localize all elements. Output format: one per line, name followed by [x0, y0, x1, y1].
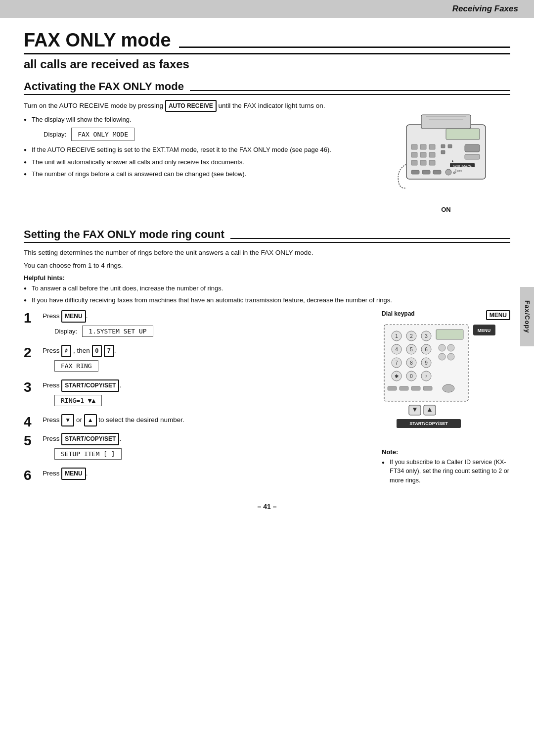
svg-rect-21: [433, 170, 441, 174]
svg-text:✱: ✱: [395, 374, 399, 379]
menu-button-label: MENU: [486, 310, 510, 320]
step-1-display-value: 1.SYSTEM SET UP: [82, 326, 153, 337]
svg-text:4: 4: [395, 347, 398, 352]
svg-rect-17: [465, 144, 480, 152]
fax-illustration-area: AUTO RECEIVE FAX ▶ ON: [382, 100, 510, 213]
svg-text:▶: ▶: [452, 159, 454, 162]
svg-rect-9: [420, 152, 426, 157]
display-value-1: FAX ONLY MODE: [71, 128, 134, 142]
page-subtitle: all calls are received as faxes: [24, 57, 510, 71]
page-title: FAX ONLY mode: [24, 30, 171, 51]
step-2: 2 Press ♯ , then 0 7. FAX RING: [24, 345, 372, 376]
step-1-content: Press MENU. Display: 1.SYSTEM SET UP: [43, 310, 372, 341]
step-2-text: Press ♯ , then 0 7.: [43, 345, 372, 357]
step-6-button: MENU: [61, 468, 86, 480]
step-1-text: Press MENU.: [43, 310, 372, 323]
note-title: Note:: [382, 448, 510, 456]
svg-rect-15: [441, 150, 445, 154]
svg-rect-54: [436, 330, 463, 339]
section2-title-row: Setting the FAX ONLY mode ring count: [24, 228, 510, 243]
svg-rect-13: [429, 160, 435, 165]
section2-desc1: This setting determines the number of ri…: [24, 248, 510, 258]
hint-1: To answer a call before the unit does, i…: [24, 284, 510, 293]
section1-intro: Turn on the AUTO RECEIVE mode by pressin…: [24, 100, 372, 112]
step-6-content: Press MENU.: [43, 468, 372, 480]
step-5-number: 5: [24, 434, 38, 448]
svg-text:MENU: MENU: [478, 328, 491, 333]
step-4-text: Press ▼ or ▲ to select the desired numbe…: [43, 414, 372, 426]
section1-left: Turn on the AUTO RECEIVE mode by pressin…: [24, 100, 372, 213]
svg-point-56: [447, 344, 454, 351]
section2-desc2: You can choose from 1 to 4 rings.: [24, 261, 510, 271]
svg-rect-6: [420, 144, 426, 149]
svg-text:5: 5: [410, 347, 413, 352]
side-tab-label: Fax/Copy: [524, 300, 531, 333]
bullet-3: The unit will automatically answer all c…: [24, 157, 372, 167]
bullet-4: The number of rings before a call is ans…: [24, 169, 372, 179]
svg-rect-5: [411, 144, 417, 149]
helpful-hints-title: Helpful hints:: [24, 274, 510, 282]
svg-rect-14: [441, 144, 445, 148]
svg-point-57: [439, 353, 445, 360]
svg-text:6: 6: [425, 347, 428, 352]
svg-point-58: [447, 353, 454, 360]
page-footer: – 41 –: [24, 503, 510, 511]
step-6: 6 Press MENU.: [24, 468, 372, 482]
svg-rect-19: [411, 170, 419, 174]
step-4-number: 4: [24, 415, 38, 429]
title-line: [179, 47, 510, 48]
step-5-button: START/COPY/SET: [61, 433, 119, 445]
svg-point-22: [445, 169, 451, 175]
hint-2: If you have difficulty receiving faxes f…: [24, 295, 510, 305]
svg-text:START/COPY/SET: START/COPY/SET: [409, 421, 448, 426]
section2-title: Setting the FAX ONLY mode ring count: [24, 228, 224, 241]
svg-text:▼: ▼: [411, 405, 418, 413]
section1-title-row: Activating the FAX ONLY mode: [24, 80, 510, 95]
svg-text:2: 2: [410, 333, 413, 339]
step-1-number: 1: [24, 311, 38, 325]
note-box: Note: If you subscribe to a Caller ID se…: [382, 448, 510, 485]
step-1-button: MENU: [61, 310, 86, 323]
step-4: 4 Press ▼ or ▲ to select the desired num…: [24, 414, 372, 429]
svg-text:♯: ♯: [425, 374, 428, 379]
step-5-display-value: SETUP ITEM [ ]: [54, 448, 122, 460]
keypad-labels: Dial keypad MENU: [382, 310, 510, 320]
step-2-number: 2: [24, 346, 38, 360]
svg-rect-8: [411, 152, 417, 157]
bullet-2: If the AUTO RECEIVE setting is set to th…: [24, 145, 372, 155]
svg-point-63: [443, 384, 454, 392]
header-bar: Receiving Faxes: [0, 0, 534, 18]
svg-rect-4: [446, 129, 480, 140]
svg-text:3: 3: [425, 333, 428, 339]
svg-point-26: [453, 172, 455, 174]
keypad-column: Dial keypad MENU 1 2 3 4 5: [382, 310, 510, 488]
lower-section: 1 Press MENU. Display: 1.SYSTEM SET UP 2: [24, 310, 510, 488]
keypad-svg: 1 2 3 4 5 6 7 8 9 ✱: [382, 322, 500, 441]
step-2-button2: 0: [92, 345, 102, 357]
step-6-number: 6: [24, 469, 38, 482]
side-tab: Fax/Copy: [520, 287, 534, 346]
svg-point-55: [439, 344, 445, 351]
main-content: FAX ONLY mode all calls are received as …: [0, 18, 534, 530]
auto-receive-button: AUTO RECEIVE: [165, 100, 217, 112]
step-5: 5 Press START/COPY/SET. SETUP ITEM [ ]: [24, 433, 372, 464]
section1-title-line: [190, 90, 510, 91]
step-1: 1 Press MENU. Display: 1.SYSTEM SET UP: [24, 310, 372, 341]
svg-rect-59: [388, 386, 397, 390]
step-2-button3: 7: [104, 345, 114, 357]
svg-text:0: 0: [410, 374, 413, 379]
svg-text:1: 1: [395, 333, 398, 339]
svg-text:AUTO RECEIVE: AUTO RECEIVE: [453, 164, 472, 167]
display-label-1: Display:: [44, 130, 66, 140]
dial-keypad-label: Dial keypad: [382, 310, 415, 320]
step-5-content: Press START/COPY/SET. SETUP ITEM [ ]: [43, 433, 372, 464]
display-row-1: Display: FAX ONLY MODE: [44, 128, 372, 142]
step-3-display-value: RING=1 ▼▲: [54, 395, 102, 406]
step-3: 3 Press START/COPY/SET. RING=1 ▼▲: [24, 379, 372, 410]
step-4-content: Press ▼ or ▲ to select the desired numbe…: [43, 414, 372, 426]
svg-text:7: 7: [395, 360, 398, 366]
header-title: Receiving Faxes: [452, 4, 518, 14]
section1-title: Activating the FAX ONLY mode: [24, 80, 184, 93]
step-1-display: Display: 1.SYSTEM SET UP: [54, 326, 372, 337]
step-2-content: Press ♯ , then 0 7. FAX RING: [43, 345, 372, 376]
